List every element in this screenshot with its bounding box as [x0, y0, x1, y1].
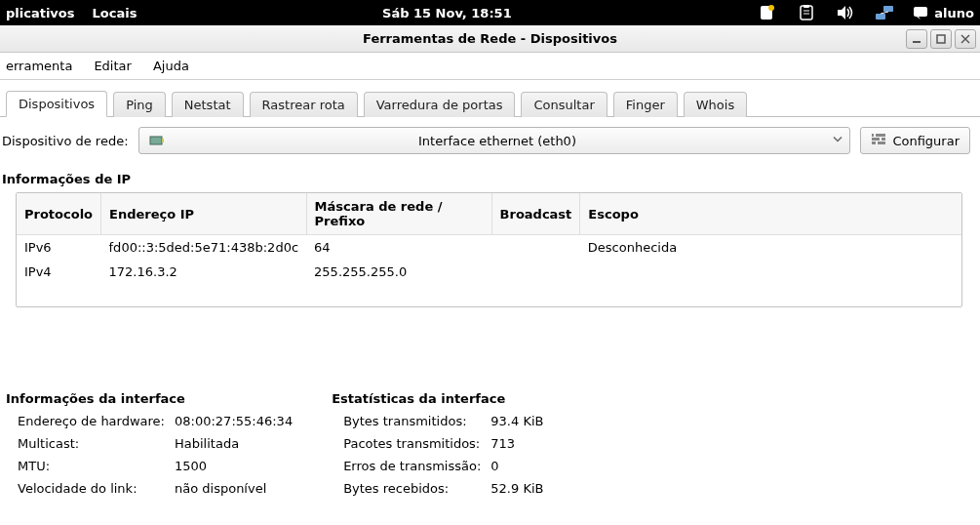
menu-edit[interactable]: Editar	[94, 59, 132, 73]
txbytes-value: 93.4 KiB	[490, 414, 543, 428]
svg-rect-20	[872, 141, 885, 144]
cell-address: 172.16.3.2	[101, 260, 307, 306]
linkspeed-value: não disponível	[175, 481, 293, 496]
device-selected: Interface ethernet (eth0)	[173, 134, 823, 148]
svg-rect-10	[914, 7, 927, 17]
svg-rect-22	[880, 138, 882, 141]
svg-line-9	[881, 12, 888, 14]
iface-stats-title: Estatísticas da interface	[332, 391, 543, 406]
col-broadcast[interactable]: Broadcast	[491, 193, 580, 235]
svg-point-1	[768, 5, 774, 11]
notification-icon[interactable]	[757, 3, 778, 22]
network-icon[interactable]	[874, 3, 895, 22]
rxbytes-value: 52.9 KiB	[490, 481, 543, 496]
mtu-label: MTU:	[18, 459, 165, 473]
clipboard-icon[interactable]	[796, 3, 817, 22]
device-combobox[interactable]: Interface ethernet (eth0)	[138, 127, 851, 154]
configure-label: Configurar	[892, 134, 960, 148]
svg-marker-6	[838, 6, 845, 20]
svg-rect-17	[162, 139, 164, 142]
ip-info-title: Informações de IP	[2, 172, 976, 186]
hwaddr-value: 08:00:27:55:46:34	[175, 414, 293, 428]
device-label: Dispositivo de rede:	[2, 134, 129, 148]
mtu-value: 1500	[175, 459, 293, 473]
svg-rect-23	[876, 141, 878, 144]
clock[interactable]: Sáb 15 Nov, 18:51	[382, 6, 512, 20]
window-maximize-button[interactable]	[930, 29, 952, 49]
hwaddr-label: Endereço de hardware:	[18, 414, 165, 428]
cell-mask: 255.255.255.0	[306, 260, 491, 306]
txpackets-label: Pacotes transmitidos:	[343, 436, 481, 451]
col-address[interactable]: Endereço IP	[101, 193, 307, 235]
menu-tool[interactable]: erramenta	[6, 59, 72, 73]
txerrors-label: Erros de transmissão:	[343, 459, 481, 473]
svg-rect-8	[883, 6, 893, 12]
nic-icon	[149, 134, 165, 147]
menu-places[interactable]: Locais	[93, 6, 137, 20]
app-window: Ferramentas de Rede - Dispositivos erram…	[0, 25, 980, 496]
svg-rect-19	[872, 138, 885, 141]
cell-scope	[580, 260, 961, 306]
svg-rect-16	[150, 137, 162, 144]
svg-rect-3	[804, 5, 809, 8]
menubar: erramenta Editar Ajuda	[0, 53, 980, 80]
svg-rect-21	[874, 134, 876, 137]
tab-lookup[interactable]: Consultar	[521, 92, 607, 117]
linkspeed-label: Velocidade do link:	[18, 481, 165, 496]
tab-traceroute[interactable]: Rastrear rota	[250, 92, 358, 117]
configure-button[interactable]: Configurar	[860, 127, 970, 154]
cell-broadcast	[491, 260, 580, 306]
cell-mask: 64	[306, 235, 491, 261]
tabbar: Dispositivos Ping Netstat Rastrear rota …	[0, 80, 980, 117]
volume-icon[interactable]	[835, 3, 856, 22]
table-row[interactable]: IPv4 172.16.3.2 255.255.255.0	[17, 260, 961, 306]
window-minimize-button[interactable]	[906, 29, 927, 49]
svg-rect-13	[937, 35, 945, 43]
cell-protocol: IPv4	[17, 260, 101, 306]
svg-marker-11	[917, 17, 921, 20]
window-close-button[interactable]	[955, 29, 976, 49]
txbytes-label: Bytes transmitidos:	[343, 414, 481, 428]
cell-address: fd00::3:5ded:5e71:438b:2d0c	[101, 235, 307, 261]
svg-rect-2	[801, 6, 812, 20]
user-name: aluno	[934, 6, 974, 20]
txerrors-value: 0	[490, 459, 543, 473]
cell-protocol: IPv6	[17, 235, 101, 261]
user-menu[interactable]: aluno	[913, 5, 974, 20]
iface-info-title: Informações da interface	[6, 391, 293, 406]
tab-finger[interactable]: Finger	[613, 92, 678, 117]
tab-netstat[interactable]: Netstat	[172, 92, 244, 117]
multicast-label: Multicast:	[18, 436, 165, 451]
cell-scope: Desconhecida	[580, 235, 961, 261]
table-row[interactable]: IPv6 fd00::3:5ded:5e71:438b:2d0c 64 Desc…	[17, 235, 961, 261]
window-title: Ferramentas de Rede - Dispositivos	[363, 31, 617, 46]
tab-portscan[interactable]: Varredura de portas	[364, 92, 516, 117]
menu-applications[interactable]: plicativos	[6, 6, 75, 20]
multicast-value: Habilitada	[175, 436, 293, 451]
cell-broadcast	[491, 235, 580, 261]
titlebar: Ferramentas de Rede - Dispositivos	[0, 25, 980, 53]
preferences-icon	[871, 133, 886, 149]
txpackets-value: 713	[490, 436, 543, 451]
user-icon	[913, 5, 928, 20]
menu-help[interactable]: Ajuda	[153, 59, 189, 73]
col-protocol[interactable]: Protocolo	[17, 193, 101, 235]
svg-rect-7	[876, 14, 885, 20]
system-topbar: plicativos Locais Sáb 15 Nov, 18:51 alun…	[0, 0, 980, 25]
chevron-down-icon	[832, 134, 843, 148]
tab-devices[interactable]: Dispositivos	[6, 91, 107, 117]
ip-table: Protocolo Endereço IP Máscara de rede / …	[16, 192, 962, 307]
tab-ping[interactable]: Ping	[113, 92, 166, 117]
col-scope[interactable]: Escopo	[580, 193, 961, 235]
rxbytes-label: Bytes recebidos:	[343, 481, 481, 496]
tab-whois[interactable]: Whois	[684, 92, 747, 117]
col-mask[interactable]: Máscara de rede / Prefixo	[306, 193, 491, 235]
